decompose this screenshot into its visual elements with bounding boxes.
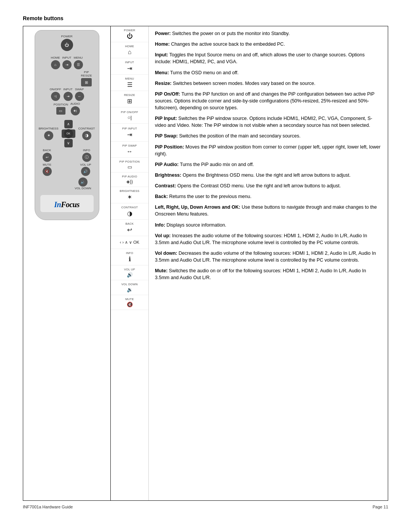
pip-onoff-button[interactable]: ○| <box>51 92 60 101</box>
pip-onoff-desc: PiP On/Off: Turns the PiP function on an… <box>155 91 382 111</box>
vol-down-desc-bold: Vol down: <box>155 251 177 256</box>
remote-body: POWER ⏻ HOME ⌂ INPUT ⇥ MENU <box>35 30 99 220</box>
nav-up-button[interactable]: ∧ <box>64 120 73 128</box>
contrast-label-remote: CONTRAST <box>78 127 95 131</box>
resize-icon-entry: RESIZE ⊞ <box>111 91 148 107</box>
menu-icon-label: MENU <box>125 77 134 80</box>
pip-input-icon-entry: PIP INPUT ⇥ <box>111 124 148 142</box>
vol-up-desc-bold: Vol up: <box>155 233 170 238</box>
contrast-icon-entry: CONTRAST ◑ <box>111 203 148 220</box>
vol-down-button[interactable]: 🔉 <box>78 177 88 187</box>
pip-position-button[interactable]: ▭ <box>56 107 65 115</box>
pip-position-desc-text: Moves the PiP window position from corne… <box>155 144 381 157</box>
home-icon: ⌂ <box>128 49 132 56</box>
pip-audio-button[interactable]: ◈) <box>71 106 80 115</box>
pip-position-icon-label: PIP POSITION <box>119 160 140 163</box>
logo-area: InFocus <box>40 195 94 212</box>
arrows-ok-icon-entry: ‹ › ∧ ∨ OK <box>111 236 148 249</box>
pip-audio-icon-label: PIP AUDIO <box>122 175 137 178</box>
menu-desc-text: Turns the OSD menu on and off. <box>169 70 239 75</box>
pip-input-button[interactable]: ⇥ <box>64 92 73 101</box>
vol-up-label: VOL UP <box>80 163 91 167</box>
resize-icon: ⊞ <box>127 97 132 105</box>
mute-desc-text: Switches the audio on or off for the fol… <box>155 268 366 280</box>
power-button[interactable]: ⏻ <box>61 39 73 51</box>
brightness-button[interactable]: ✶ <box>44 131 53 140</box>
pip-audio-desc-bold: PiP Audio: <box>155 162 179 167</box>
input-button[interactable]: ⇥ <box>62 60 72 69</box>
back-button[interactable]: ↩ <box>43 153 52 162</box>
home-icon-entry: HOME ⌂ <box>111 42 148 58</box>
pip-audio-desc: PiP Audio: Turns the PiP audio mix on an… <box>155 161 382 168</box>
home-label: HOME <box>51 56 60 60</box>
home-desc-bold: Home: <box>155 42 170 47</box>
arrows-ok-desc: Left, Right, Up, Down Arrows and OK: Use… <box>155 204 382 217</box>
pip-onoff-desc-text: Turns the PiP function on and off and ch… <box>155 91 374 110</box>
mute-icon-entry: MUTE 🔇 <box>111 295 148 310</box>
back-desc-text: Returns the user to the previous menu. <box>168 194 252 199</box>
home-button[interactable]: ⌂ <box>51 60 60 69</box>
vol-up-button[interactable]: 🔊 <box>81 167 90 176</box>
desc-column: POWER ⏻ HOME ⌂ INPUT ⇥ MENU ☰ RESIZE <box>111 26 388 500</box>
brightness-desc-text: Opens the Brightness OSD menu. Use the r… <box>181 173 350 178</box>
input-desc-text: Toggles the Input Source menu on and off… <box>155 52 365 64</box>
contrast-icon-label: CONTRAST <box>121 206 138 209</box>
mute-desc-bold: Mute: <box>155 268 167 273</box>
pip-input-icon: ⇥ <box>127 131 132 138</box>
input-icon-entry: INPUT ⇥ <box>111 58 148 75</box>
mute-button[interactable]: 🔇 <box>43 167 52 176</box>
remote-column: POWER ⏻ HOME ⌂ INPUT ⇥ MENU <box>23 26 111 500</box>
info-icon-label: INFO <box>126 251 133 255</box>
ok-button[interactable]: OK <box>64 129 73 138</box>
info-desc: Info: Displays source information. <box>155 222 382 228</box>
brightness-label: BRIGHTNESS <box>39 127 59 131</box>
pip-swap-label: SWAP <box>75 88 84 91</box>
nav-down-button[interactable]: ∨ <box>64 139 73 147</box>
input-label: INPUT <box>62 56 72 60</box>
contrast-desc-text: Opens the Contrast OSD menu. Use the rig… <box>176 183 341 189</box>
footer-left: INF7001a Hardware Guide <box>23 505 73 509</box>
home-desc-text: Changes the active source back to the em… <box>170 42 285 47</box>
page: Remote buttons POWER ⏻ HOME ⌂ IN <box>0 0 411 532</box>
contrast-button[interactable]: ◑ <box>82 131 91 140</box>
info-icon-entry: INFO ℹ <box>111 249 148 265</box>
input-icon: ⇥ <box>127 65 132 72</box>
vol-up-icon-entry: VOL UP 🔊 <box>111 265 148 280</box>
pip-swap-icon-entry: PIP SWAP ↔ <box>111 142 148 158</box>
pip-onoff-icon-label: PIP ON/OFF <box>121 110 138 114</box>
vol-down-desc: Vol down: Decreases the audio volume of … <box>155 250 382 264</box>
power-label: POWER <box>61 35 72 38</box>
menu-desc: Menu: Turns the OSD menu on and off. <box>155 69 382 76</box>
home-icon-label: HOME <box>125 45 134 48</box>
pip-input-desc: PiP Input: Switches the PiP window sourc… <box>155 115 382 129</box>
vol-up-icon-label: VOL UP <box>124 268 135 271</box>
pip-swap-button[interactable]: ↔ <box>75 92 84 101</box>
menu-button[interactable]: ☰ <box>74 60 83 69</box>
brightness-icon: ✶ <box>127 193 132 201</box>
pip-position-label: POSITION <box>54 103 68 107</box>
resize-button[interactable]: ⊞ <box>81 78 92 86</box>
vol-up-desc-text: Increases the audio volume of the follow… <box>155 233 367 245</box>
info-label: INFO <box>83 149 90 152</box>
power-desc-bold: Power: <box>155 31 171 36</box>
back-icon: ↩ <box>127 226 132 233</box>
menu-icon-entry: MENU ☰ <box>111 75 148 91</box>
power-icon: ⏻ <box>127 33 133 40</box>
mute-label-remote: MUTE <box>43 163 51 167</box>
pip-onoff-icon-entry: PIP ON/OFF ○| <box>111 107 148 124</box>
pip-onoff-icon: ○| <box>127 115 132 120</box>
input-icon-label: INPUT <box>125 61 134 64</box>
pip-onoff-label: ON/OFF <box>49 88 61 91</box>
pip-onoff-desc-bold: PiP On/Off: <box>155 91 180 97</box>
vol-down-icon: 🔉 <box>127 287 133 292</box>
mute-desc: Mute: Switches the audio on or off for t… <box>155 267 382 281</box>
resize-desc-bold: Resize: <box>155 81 172 86</box>
menu-desc-bold: Menu: <box>155 70 169 75</box>
info-button[interactable]: ⓘ <box>82 153 91 162</box>
brightness-desc: Brightness: Opens the Brightness OSD men… <box>155 172 382 179</box>
home-desc: Home: Changes the active source back to … <box>155 41 382 48</box>
power-desc-text: Switches the power on or puts the monito… <box>171 31 290 36</box>
brightness-icon-entry: BRIGHTNESS ✶ <box>111 187 148 203</box>
pip-input-row-label: INPUT <box>64 88 73 91</box>
back-desc-bold: Back: <box>155 194 168 199</box>
